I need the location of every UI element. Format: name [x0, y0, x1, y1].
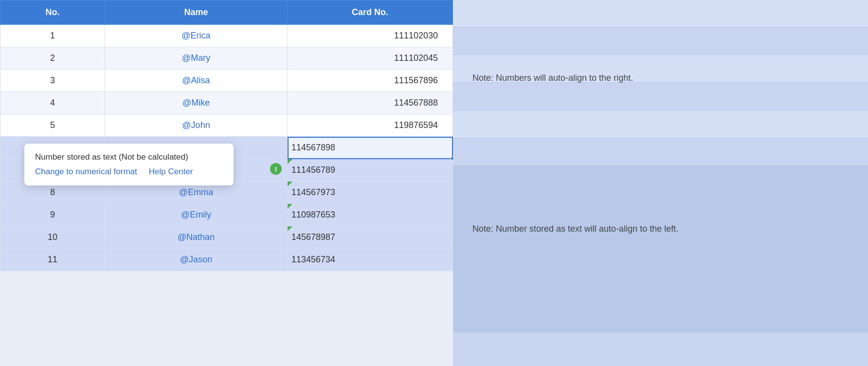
table-row-no: 10: [0, 226, 105, 249]
table-row-card[interactable]: 145678987: [288, 226, 453, 249]
table-row-name[interactable]: @Alisa: [105, 70, 288, 92]
right-panel-row: [453, 110, 868, 138]
green-triangle-indicator: [288, 182, 292, 186]
table-row-name[interactable]: @John: [105, 114, 288, 137]
table-row-name[interactable]: @Mary: [105, 47, 288, 70]
table-row-name[interactable]: @Emily: [105, 204, 288, 226]
right-panel-row: [453, 305, 868, 332]
table-row-name[interactable]: @Erica: [105, 25, 288, 47]
table-row-card[interactable]: 114567898: [288, 137, 453, 159]
table-row-name[interactable]: @Nathan: [105, 226, 288, 249]
warning-icon: !: [270, 163, 282, 175]
table-row-card[interactable]: 111456789: [288, 159, 453, 182]
table-row-card[interactable]: 114567888: [288, 92, 453, 114]
right-panel-row: [453, 249, 868, 277]
main-container: No. Name Card No. 1@Erica1111020302@Mary…: [0, 0, 868, 366]
green-triangle-indicator: [288, 204, 292, 209]
table-row-card[interactable]: 111102045: [288, 47, 453, 70]
table-row-card[interactable]: 119876594: [288, 114, 453, 137]
tooltip-links: Change to numerical format Help Center: [35, 167, 223, 177]
table-row: 2@Mary111102045: [0, 47, 453, 70]
table-row-no: 4: [0, 92, 105, 114]
table-row: 4@Mike114567888: [0, 92, 453, 114]
table-row-no: 9: [0, 204, 105, 226]
right-panel-row: [453, 277, 868, 305]
table-row: 5@John119876594: [0, 114, 453, 137]
table-row-name[interactable]: @Mike: [105, 92, 288, 114]
table-row-card[interactable]: 110987653: [288, 204, 453, 226]
green-triangle-indicator: [288, 159, 292, 164]
table-row-card[interactable]: 111567896: [288, 70, 453, 92]
table-row-no: 5: [0, 114, 105, 137]
table-row: 9@Emily110987653: [0, 204, 453, 226]
change-format-link[interactable]: Change to numerical format: [35, 167, 137, 177]
note-top: Note: Numbers will auto-align to the rig…: [472, 73, 633, 83]
col-header-name: Name: [105, 0, 288, 25]
table-row-card[interactable]: 113456734: [288, 249, 453, 271]
table-row: 1@Erica111102030: [0, 25, 453, 47]
table-row-no: 11: [0, 249, 105, 271]
right-panel-row: [453, 138, 868, 166]
col-header-no: No.: [0, 0, 105, 25]
table-row: 11@Jason113456734: [0, 249, 453, 271]
table-row-card[interactable]: 111102030: [288, 25, 453, 47]
table-row-no: 3: [0, 70, 105, 92]
table-row: 10@Nathan145678987: [0, 226, 453, 249]
table-row-no: 2: [0, 47, 105, 70]
data-table: No. Name Card No. 1@Erica1111020302@Mary…: [0, 0, 453, 271]
note-bottom: Note: Number stored as text will auto-al…: [472, 224, 678, 234]
help-center-link[interactable]: Help Center: [149, 167, 193, 177]
col-header-card: Card No.: [288, 0, 453, 25]
green-triangle-indicator: [288, 226, 292, 231]
right-panel-row: [453, 0, 868, 27]
tooltip-popup: Number stored as text (Not be calculated…: [24, 144, 234, 185]
table-row-card[interactable]: 114567973: [288, 182, 453, 204]
table-row: 3@Alisa111567896: [0, 70, 453, 92]
table-section: No. Name Card No. 1@Erica1111020302@Mary…: [0, 0, 453, 366]
right-rows-container: [453, 0, 868, 332]
tooltip-title: Number stored as text (Not be calculated…: [35, 152, 223, 162]
right-panel-row: [453, 83, 868, 110]
right-panel: Note: Numbers will auto-align to the rig…: [453, 0, 868, 366]
right-panel-row: [453, 166, 868, 194]
right-panel-row: [453, 27, 868, 55]
table-row-no: 1: [0, 25, 105, 47]
right-panel-row: [453, 194, 868, 221]
table-row-name[interactable]: @Jason: [105, 249, 288, 271]
